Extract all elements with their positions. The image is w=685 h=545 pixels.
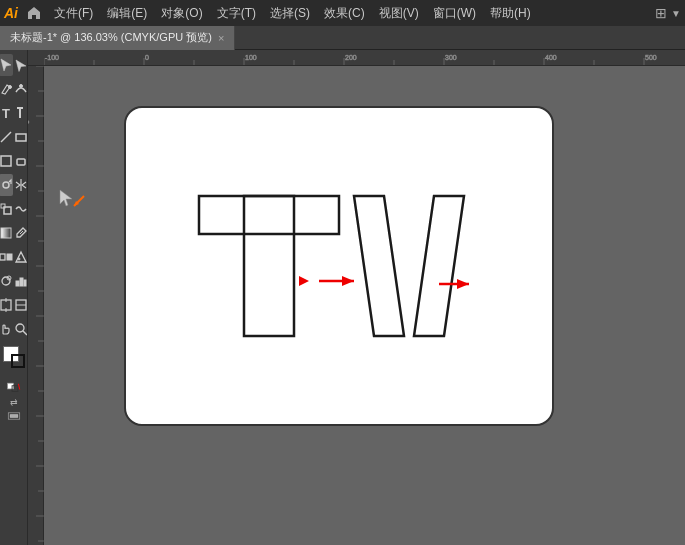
svg-rect-15 (7, 254, 12, 260)
red-arrow-2 (439, 279, 469, 289)
gradient-tool[interactable] (0, 222, 13, 244)
menu-edit[interactable]: 编辑(E) (101, 0, 153, 26)
tool-row-2 (0, 78, 27, 100)
tab-title: 未标题-1* @ 136.03% (CMYK/GPU 预览) (10, 30, 212, 45)
svg-line-31 (18, 384, 19, 390)
tab-close-button[interactable]: × (218, 32, 224, 44)
menu-window[interactable]: 窗口(W) (427, 0, 482, 26)
tool-cursor (70, 194, 86, 213)
red-arrow-1 (299, 276, 354, 286)
svg-text:0: 0 (28, 120, 30, 124)
color-swatch-area (0, 346, 28, 376)
reflect-tool[interactable] (14, 174, 28, 196)
blend-tool[interactable] (0, 246, 13, 268)
svg-text:-100: -100 (45, 54, 59, 61)
none-swatch[interactable] (3, 380, 25, 394)
document-tab[interactable]: 未标题-1* @ 136.03% (CMYK/GPU 预览) × (0, 26, 235, 50)
curvature-tool[interactable] (14, 78, 28, 100)
cursor-arrow (58, 188, 78, 211)
ruler-vertical: 0 (28, 66, 44, 545)
tv-artwork (169, 166, 509, 366)
menu-text[interactable]: 文字(T) (211, 0, 262, 26)
ruler-horizontal: -100 0 100 200 300 400 500 (28, 50, 685, 66)
svg-marker-78 (354, 196, 404, 336)
svg-rect-33 (10, 415, 18, 418)
svg-rect-7 (17, 159, 25, 165)
tool-row-1 (0, 54, 27, 76)
menu-help[interactable]: 帮助(H) (484, 0, 537, 26)
canvas-area: -100 0 100 200 300 400 500 (28, 50, 685, 545)
menu-select[interactable]: 选择(S) (264, 0, 316, 26)
toolbar-extras: ⇄ (3, 380, 25, 422)
svg-text:100: 100 (245, 54, 257, 61)
svg-rect-6 (1, 156, 11, 166)
canvas-row: 0 (28, 66, 685, 545)
toolbar: T (0, 50, 28, 545)
live-paint-tool[interactable] (14, 246, 28, 268)
tool-row-9 (0, 246, 27, 268)
tool-row-6 (0, 174, 27, 196)
pen-tool[interactable] (0, 78, 13, 100)
zoom-tool[interactable] (14, 318, 28, 340)
tool-row-4 (0, 126, 27, 148)
scale-tool[interactable] (0, 198, 13, 220)
expand-icon[interactable]: ▼ (671, 8, 681, 19)
rect-tool[interactable] (0, 150, 13, 172)
svg-rect-20 (20, 278, 23, 286)
svg-text:300: 300 (445, 54, 457, 61)
menu-view[interactable]: 视图(V) (373, 0, 425, 26)
warp-tool[interactable] (14, 198, 28, 220)
svg-point-17 (2, 277, 10, 285)
menu-object[interactable]: 对象(O) (155, 0, 208, 26)
svg-rect-21 (24, 280, 26, 286)
menu-items: 文件(F) 编辑(E) 对象(O) 文字(T) 选择(S) 效果(C) 视图(V… (48, 0, 655, 26)
svg-text:200: 200 (345, 54, 357, 61)
stroke-swatch[interactable] (11, 354, 25, 368)
slice-tool[interactable] (14, 294, 28, 316)
menu-bar: Ai 文件(F) 编辑(E) 对象(O) 文字(T) 选择(S) 效果(C) 视… (0, 0, 685, 26)
vertical-type-tool[interactable] (13, 102, 27, 124)
eyedropper-tool[interactable] (14, 222, 28, 244)
direct-select-tool[interactable] (14, 54, 28, 76)
main-layout: T (0, 50, 685, 545)
home-icon[interactable] (24, 3, 44, 23)
svg-rect-77 (244, 196, 294, 336)
symbol-sprayer-tool[interactable] (0, 270, 13, 292)
svg-marker-82 (342, 276, 354, 286)
swap-colors[interactable]: ⇄ (3, 396, 25, 408)
svg-line-28 (23, 331, 27, 335)
tool-row-5 (0, 150, 27, 172)
tool-row-7 (0, 198, 27, 220)
svg-rect-12 (1, 228, 11, 238)
svg-text:500: 500 (645, 54, 657, 61)
graph-tool[interactable] (14, 270, 28, 292)
line-tool[interactable] (0, 126, 13, 148)
canvas-viewport[interactable] (44, 66, 685, 545)
svg-point-16 (18, 258, 20, 260)
app-logo: Ai (4, 5, 18, 21)
rotate-tool[interactable] (0, 174, 13, 196)
svg-marker-84 (457, 279, 469, 289)
tool-row-8 (0, 222, 27, 244)
tool-row-11 (0, 294, 27, 316)
svg-text:400: 400 (545, 54, 557, 61)
artboard (124, 106, 554, 426)
artboard-tool[interactable] (0, 294, 13, 316)
menu-file[interactable]: 文件(F) (48, 0, 99, 26)
svg-point-27 (16, 324, 24, 332)
grid-icon[interactable]: ⊞ (655, 5, 667, 21)
eraser-tool[interactable] (14, 150, 28, 172)
tool-row-10 (0, 270, 27, 292)
svg-line-85 (74, 196, 84, 206)
menu-effect[interactable]: 效果(C) (318, 0, 371, 26)
svg-point-0 (9, 86, 12, 89)
shape-tool[interactable] (14, 126, 28, 148)
svg-rect-76 (199, 196, 339, 234)
hand-tool[interactable] (0, 318, 13, 340)
change-screen-mode[interactable] (3, 410, 25, 422)
svg-marker-86 (74, 201, 79, 206)
svg-text:0: 0 (145, 54, 149, 61)
svg-marker-81 (299, 276, 309, 286)
select-tool[interactable] (0, 54, 13, 76)
type-tool[interactable]: T (0, 102, 12, 124)
